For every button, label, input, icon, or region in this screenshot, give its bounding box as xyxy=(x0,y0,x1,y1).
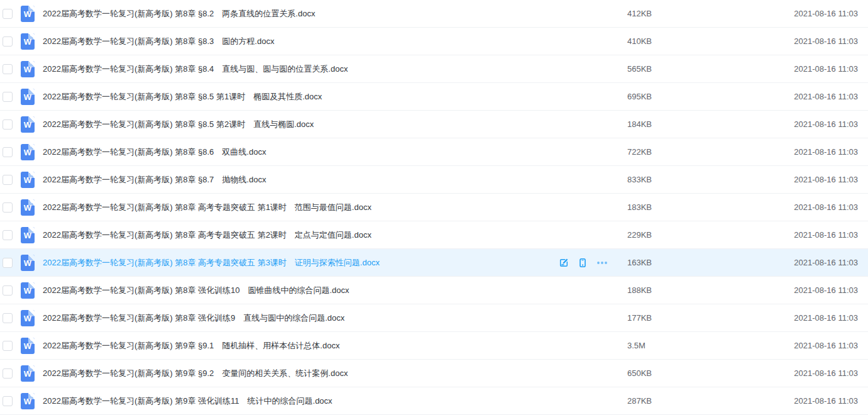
file-name-link[interactable]: 2022届高考数学一轮复习(新高考版) 第9章 强化训练11 统计中的综合问题.… xyxy=(43,396,625,407)
word-icon-letter: W xyxy=(24,176,31,184)
file-size: 177KB xyxy=(625,313,707,323)
word-file-icon: W xyxy=(21,89,35,105)
file-name-link[interactable]: 2022届高考数学一轮复习(新高考版) 第8章 §8.4 直线与圆、圆与圆的位置… xyxy=(43,64,625,75)
phone-preview-icon[interactable] xyxy=(578,258,588,268)
word-icon-letter: W xyxy=(24,121,31,129)
row-checkbox[interactable] xyxy=(3,396,13,406)
row-checkbox[interactable] xyxy=(3,9,13,19)
row-checkbox[interactable] xyxy=(3,341,13,351)
modified-time: 2021-08-16 11:03 xyxy=(707,258,858,267)
row-checkbox[interactable] xyxy=(3,175,13,185)
file-name-link[interactable]: 2022届高考数学一轮复习(新高考版) 第8章 高考专题突破五 第3课时 证明与… xyxy=(43,257,559,268)
file-size: 163KB xyxy=(625,258,707,267)
file-row[interactable]: W 2022届高考数学一轮复习(新高考版) 第9章 §9.1 随机抽样、用样本估… xyxy=(0,332,868,360)
more-actions-icon[interactable] xyxy=(596,258,608,268)
file-name-link[interactable]: 2022届高考数学一轮复习(新高考版) 第8章 §8.7 抛物线.docx xyxy=(43,174,625,185)
file-name-link[interactable]: 2022届高考数学一轮复习(新高考版) 第8章 §8.2 两条直线的位置关系.d… xyxy=(43,8,625,19)
row-checkbox[interactable] xyxy=(3,368,13,379)
file-name-link[interactable]: 2022届高考数学一轮复习(新高考版) 第8章 §8.6 双曲线.docx xyxy=(43,147,625,158)
modified-time: 2021-08-16 11:03 xyxy=(707,9,858,18)
row-checkbox[interactable] xyxy=(3,285,13,296)
word-file-icon: W xyxy=(21,365,35,382)
word-file-icon: W xyxy=(21,6,35,22)
file-size: 650KB xyxy=(625,368,707,378)
file-size: 722KB xyxy=(625,147,707,157)
word-icon-letter: W xyxy=(24,397,31,406)
file-size: 184KB xyxy=(625,119,707,129)
word-icon-letter: W xyxy=(24,10,31,18)
row-checkbox[interactable] xyxy=(3,202,13,213)
file-size: 3.5M xyxy=(625,341,707,350)
edit-square-icon[interactable] xyxy=(559,258,569,268)
file-row[interactable]: W 2022届高考数学一轮复习(新高考版) 第8章 §8.4 直线与圆、圆与圆的… xyxy=(0,55,868,83)
modified-time: 2021-08-16 11:03 xyxy=(707,147,858,157)
word-icon-letter: W xyxy=(24,204,31,212)
file-row[interactable]: W 2022届高考数学一轮复习(新高考版) 第8章 强化训练10 圆锥曲线中的综… xyxy=(0,277,868,304)
file-name-link[interactable]: 2022届高考数学一轮复习(新高考版) 第8章 §8.5 第2课时 直线与椭圆.… xyxy=(43,119,625,130)
file-row[interactable]: W 2022届高考数学一轮复习(新高考版) 第8章 高考专题突破五 第3课时 证… xyxy=(0,249,868,277)
file-size: 183KB xyxy=(625,202,707,212)
file-row[interactable]: W 2022届高考数学一轮复习(新高考版) 第8章 §8.2 两条直线的位置关系… xyxy=(0,0,868,28)
modified-time: 2021-08-16 11:03 xyxy=(707,64,858,74)
file-row[interactable]: W 2022届高考数学一轮复习(新高考版) 第8章 §8.6 双曲线.docx … xyxy=(0,138,868,166)
word-icon-letter: W xyxy=(24,287,31,295)
file-row[interactable]: W 2022届高考数学一轮复习(新高考版) 第8章 §8.7 抛物线.docx … xyxy=(0,166,868,194)
row-checkbox[interactable] xyxy=(3,230,13,240)
file-size: 565KB xyxy=(625,64,707,74)
row-checkbox[interactable] xyxy=(3,36,13,47)
file-row[interactable]: W 2022届高考数学一轮复习(新高考版) 第8章 §8.3 圆的方程.docx… xyxy=(0,28,868,55)
file-name-link[interactable]: 2022届高考数学一轮复习(新高考版) 第9章 §9.2 变量间的相关关系、统计… xyxy=(43,368,625,379)
word-icon-letter: W xyxy=(24,148,31,157)
file-row[interactable]: W 2022届高考数学一轮复习(新高考版) 第8章 强化训练9 直线与圆中的综合… xyxy=(0,304,868,332)
modified-time: 2021-08-16 11:03 xyxy=(707,396,858,406)
file-size: 412KB xyxy=(625,9,707,18)
file-name-link[interactable]: 2022届高考数学一轮复习(新高考版) 第8章 强化训练9 直线与圆中的综合问题… xyxy=(43,313,625,324)
file-name-link[interactable]: 2022届高考数学一轮复习(新高考版) 第8章 强化训练10 圆锥曲线中的综合问… xyxy=(43,285,625,296)
file-name-link[interactable]: 2022届高考数学一轮复习(新高考版) 第8章 高考专题突破五 第2课时 定点与… xyxy=(43,230,625,241)
modified-time: 2021-08-16 11:03 xyxy=(707,341,858,350)
word-file-icon: W xyxy=(21,61,35,77)
file-name-link[interactable]: 2022届高考数学一轮复习(新高考版) 第8章 高考专题突破五 第1课时 范围与… xyxy=(43,202,625,213)
word-icon-letter: W xyxy=(24,314,31,323)
row-checkbox[interactable] xyxy=(3,92,13,102)
modified-time: 2021-08-16 11:03 xyxy=(707,368,858,378)
file-size: 833KB xyxy=(625,175,707,184)
word-file-icon: W xyxy=(21,33,35,50)
modified-time: 2021-08-16 11:03 xyxy=(707,313,858,323)
word-file-icon: W xyxy=(21,393,35,409)
file-row[interactable]: W 2022届高考数学一轮复习(新高考版) 第9章 §9.2 变量间的相关关系、… xyxy=(0,360,868,387)
row-checkbox[interactable] xyxy=(3,147,13,157)
modified-time: 2021-08-16 11:03 xyxy=(707,202,858,212)
word-file-icon: W xyxy=(21,282,35,299)
row-checkbox[interactable] xyxy=(3,313,13,323)
word-file-icon: W xyxy=(21,310,35,326)
file-row[interactable]: W 2022届高考数学一轮复习(新高考版) 第8章 高考专题突破五 第2课时 定… xyxy=(0,221,868,249)
word-icon-letter: W xyxy=(24,38,31,46)
word-file-icon: W xyxy=(21,199,35,216)
file-row[interactable]: W 2022届高考数学一轮复习(新高考版) 第9章 强化训练11 统计中的综合问… xyxy=(0,387,868,415)
file-size: 229KB xyxy=(625,230,707,240)
modified-time: 2021-08-16 11:03 xyxy=(707,36,858,46)
modified-time: 2021-08-16 11:03 xyxy=(707,92,858,101)
row-checkbox[interactable] xyxy=(3,64,13,74)
row-checkbox[interactable] xyxy=(3,258,13,268)
file-row[interactable]: W 2022届高考数学一轮复习(新高考版) 第8章 §8.5 第2课时 直线与椭… xyxy=(0,111,868,138)
word-icon-letter: W xyxy=(24,231,31,240)
modified-time: 2021-08-16 11:03 xyxy=(707,285,858,295)
word-icon-letter: W xyxy=(24,342,31,350)
file-size: 410KB xyxy=(625,36,707,46)
word-icon-letter: W xyxy=(24,259,31,267)
word-file-icon: W xyxy=(21,338,35,354)
row-actions xyxy=(559,258,608,268)
file-size: 188KB xyxy=(625,285,707,295)
file-name-link[interactable]: 2022届高考数学一轮复习(新高考版) 第9章 §9.1 随机抽样、用样本估计总… xyxy=(43,340,625,351)
file-name-link[interactable]: 2022届高考数学一轮复习(新高考版) 第8章 §8.3 圆的方程.docx xyxy=(43,36,625,47)
file-size: 287KB xyxy=(625,396,707,406)
row-checkbox[interactable] xyxy=(3,119,13,130)
file-row[interactable]: W 2022届高考数学一轮复习(新高考版) 第8章 §8.5 第1课时 椭圆及其… xyxy=(0,83,868,111)
file-row[interactable]: W 2022届高考数学一轮复习(新高考版) 第8章 高考专题突破五 第1课时 范… xyxy=(0,194,868,221)
modified-time: 2021-08-16 11:03 xyxy=(707,119,858,129)
file-name-link[interactable]: 2022届高考数学一轮复习(新高考版) 第8章 §8.5 第1课时 椭圆及其性质… xyxy=(43,91,625,102)
modified-time: 2021-08-16 11:03 xyxy=(707,175,858,184)
word-file-icon: W xyxy=(21,116,35,133)
